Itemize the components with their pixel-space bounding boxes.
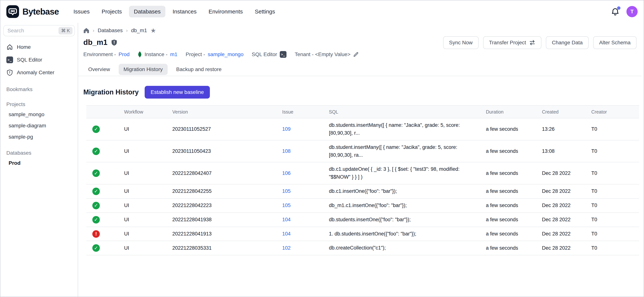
workflow-cell: UI	[118, 162, 166, 184]
sidebar-project-sample-pg[interactable]: sample-pg	[3, 131, 75, 143]
col-workflow: Workflow	[118, 106, 166, 118]
duration-cell: a few seconds	[480, 227, 536, 241]
success-icon: ✓	[92, 169, 100, 177]
nav-item-environments[interactable]: Environments	[204, 6, 248, 18]
sql-cell: db.c1.insertOne({"foo": "bar"});	[323, 184, 480, 198]
tabs-divider	[78, 76, 642, 76]
issue-link[interactable]: 105	[282, 188, 290, 194]
issue-link[interactable]: 109	[282, 126, 290, 132]
project-link[interactable]: sample_mongo	[208, 52, 244, 57]
table-row[interactable]: ✓ UI 20221228042255 105 db.c1.insertOne(…	[86, 184, 639, 198]
top-nav: Bytebase Issues Projects Databases Insta…	[0, 0, 644, 23]
issue-link[interactable]: 102	[282, 245, 290, 251]
sidebar-section-databases: Databases	[3, 149, 75, 157]
transfer-project-button[interactable]: Transfer Project	[483, 36, 542, 49]
tab-migration-history[interactable]: Migration History	[119, 64, 168, 75]
sidebar-section-projects: Projects	[3, 100, 75, 109]
sidebar-item-anomaly-center[interactable]: Anomaly Center	[3, 66, 75, 79]
issue-link[interactable]: 106	[282, 170, 290, 176]
col-sql: SQL	[323, 106, 480, 118]
sync-now-button[interactable]: Sync Now	[443, 36, 478, 49]
change-data-button[interactable]: Change Data	[546, 36, 589, 49]
col-status	[86, 106, 118, 118]
alter-schema-button[interactable]: Alter Schema	[593, 36, 636, 49]
creator-cell: T0	[585, 162, 639, 184]
issue-link[interactable]: 104	[282, 231, 290, 237]
table-row[interactable]: ✓ UI 20230111052527 109 db.students.inse…	[86, 118, 639, 140]
transfer-arrows-icon	[529, 40, 536, 46]
created-cell: Dec 28 2022	[536, 241, 585, 255]
sidebar-item-label: SQL Editor	[17, 57, 42, 63]
duration-cell: a few seconds	[480, 241, 536, 255]
sidebar-database-prod[interactable]: Prod	[3, 157, 75, 169]
issue-link[interactable]: 104	[282, 217, 290, 222]
tabs: Overview Migration History Backup and re…	[83, 64, 636, 75]
version-cell: 20230111050423	[166, 140, 276, 162]
created-cell: 13:08	[536, 140, 585, 162]
nav-item-instances[interactable]: Instances	[168, 6, 201, 18]
bookmark-star-icon[interactable]: ★	[150, 27, 156, 34]
created-cell: 13:26	[536, 118, 585, 140]
tab-backup-and-restore[interactable]: Backup and restore	[171, 64, 226, 75]
table-row[interactable]: ✓ UI 20221228035331 102 db.createCollect…	[86, 241, 639, 255]
database-meta-row: Environment - Prod Instance - m1	[83, 51, 636, 58]
creator-cell: T0	[585, 118, 639, 140]
main-content: › Databases › db_m1 ★ db_m1	[78, 23, 644, 297]
table-row[interactable]: ✓ UI 20230111050423 108 db.student.inser…	[86, 140, 639, 162]
issue-link[interactable]: 108	[282, 148, 290, 154]
establish-baseline-button[interactable]: Establish new baseline	[145, 86, 210, 99]
meta-project: Project - sample_mongo	[186, 52, 244, 57]
version-cell: 20221228041913	[166, 227, 276, 241]
workflow-cell: UI	[118, 140, 166, 162]
app-window: Bytebase Issues Projects Databases Insta…	[0, 0, 644, 297]
workflow-cell: UI	[118, 241, 166, 255]
avatar[interactable]: T	[626, 6, 638, 17]
breadcrumb-home-icon[interactable]	[83, 28, 89, 34]
workflow-cell: UI	[118, 198, 166, 213]
table-row[interactable]: ✓ UI 20221228041938 104 db.students.inse…	[86, 213, 639, 227]
breadcrumb-current[interactable]: db_m1	[131, 28, 147, 34]
bytebase-logo[interactable]: Bytebase	[6, 5, 59, 18]
table-header-row: Workflow Version Issue SQL Duration Crea…	[86, 106, 639, 118]
duration-cell: a few seconds	[480, 198, 536, 213]
table-row[interactable]: ! UI 20221228041913 104 1. db.students.i…	[86, 227, 639, 241]
creator-cell: T0	[585, 184, 639, 198]
notification-dot	[617, 6, 620, 10]
col-version: Version	[166, 106, 276, 118]
nav-item-settings[interactable]: Settings	[250, 6, 280, 18]
meta-sql-editor[interactable]: SQL Editor >_	[252, 51, 286, 58]
page-title: db_m1	[83, 38, 108, 47]
success-icon: ✓	[92, 126, 100, 133]
table-row[interactable]: ✓ UI 20221228042407 106 db.c1.updateOne(…	[86, 162, 639, 184]
notification-bell-icon[interactable]	[611, 7, 620, 16]
breadcrumb: › Databases › db_m1 ★	[83, 27, 636, 34]
meta-environment: Environment - Prod	[83, 52, 130, 57]
tab-overview[interactable]: Overview	[83, 64, 115, 75]
created-cell: Dec 28 2022	[536, 184, 585, 198]
nav-item-projects[interactable]: Projects	[97, 6, 127, 18]
success-icon: ✓	[92, 188, 100, 195]
created-cell: Dec 28 2022	[536, 162, 585, 184]
sidebar-item-sql-editor[interactable]: >_ SQL Editor	[3, 54, 75, 66]
search-input[interactable]	[8, 28, 58, 34]
instance-link[interactable]: m1	[170, 52, 177, 57]
sidebar-project-sample-diagram[interactable]: sample-diagram	[3, 120, 75, 131]
nav-item-databases[interactable]: Databases	[129, 6, 166, 18]
success-icon: ✓	[92, 202, 100, 209]
breadcrumb-databases[interactable]: Databases	[98, 28, 123, 34]
sidebar-project-sample-mongo[interactable]: sample_mongo	[3, 109, 75, 120]
page-actions: Sync Now Transfer Project Change Data Al…	[443, 36, 636, 49]
nav-item-issues[interactable]: Issues	[68, 6, 94, 18]
table-row[interactable]: ✓ UI 20221228042223 105 db_m1.c1.insertO…	[86, 198, 639, 213]
pencil-icon[interactable]	[353, 52, 359, 57]
environment-link[interactable]: Prod	[118, 52, 130, 57]
duration-cell: a few seconds	[480, 162, 536, 184]
search-shortcut-kbd: ⌘ K	[58, 27, 72, 35]
sidebar-item-home[interactable]: Home	[3, 41, 75, 54]
workflow-cell: UI	[118, 184, 166, 198]
search-box[interactable]: ⌘ K	[3, 25, 75, 36]
issue-link[interactable]: 105	[282, 203, 290, 208]
col-issue: Issue	[276, 106, 323, 118]
bytebase-logo-icon	[6, 5, 19, 18]
sidebar-section-bookmarks: Bookmarks	[3, 85, 75, 94]
